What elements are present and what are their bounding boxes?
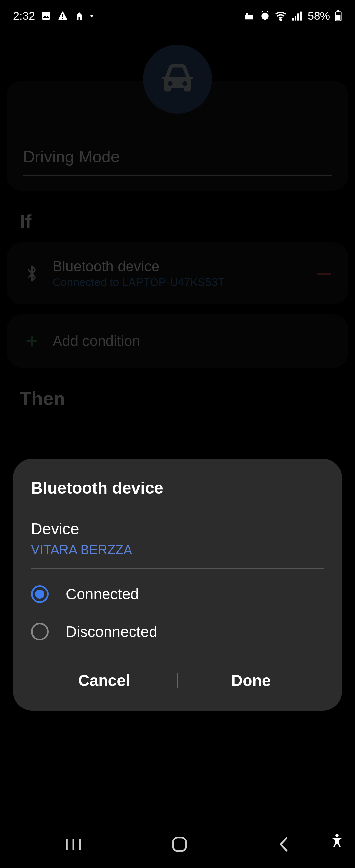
svg-rect-4: [246, 13, 248, 15]
radio-label-connected: Connected: [66, 585, 139, 603]
background-content: If Bluetooth device Connected to LAPTOP-…: [0, 32, 355, 868]
dnd-icon: [244, 11, 255, 20]
home-button[interactable]: [171, 836, 188, 854]
done-button[interactable]: Done: [178, 663, 324, 698]
status-time: 2:32: [13, 9, 35, 22]
device-picker[interactable]: Device VITARA BERZZA: [31, 520, 324, 557]
mode-icon-circle: [143, 45, 212, 114]
condition-subtitle: Connected to LAPTOP-U47KS53T: [53, 276, 304, 289]
battery-text: 58%: [308, 9, 330, 22]
image-icon: [41, 10, 51, 21]
svg-rect-2: [62, 18, 63, 19]
back-button[interactable]: [277, 836, 291, 854]
radio-label-disconnected: Disconnected: [66, 623, 157, 641]
section-then: Then: [20, 387, 355, 409]
radio-connected[interactable]: Connected: [31, 576, 324, 613]
plus-icon: [24, 334, 40, 348]
mode-name-input[interactable]: [23, 143, 332, 176]
svg-rect-0: [42, 12, 50, 20]
add-condition-card[interactable]: Add condition: [7, 314, 348, 368]
remove-condition-button[interactable]: [317, 273, 331, 275]
accessibility-button[interactable]: [329, 833, 345, 849]
status-bar: 2:32 • 58%: [0, 0, 355, 32]
svg-rect-1: [62, 14, 63, 18]
cancel-button[interactable]: Cancel: [31, 663, 177, 698]
alarm-icon: [260, 10, 270, 21]
wifi-icon: [275, 11, 287, 21]
nav-bar: [0, 822, 355, 868]
car-icon: [158, 61, 197, 97]
svg-point-15: [335, 834, 338, 837]
svg-rect-9: [297, 13, 299, 20]
svg-point-5: [261, 13, 268, 20]
divider: [31, 568, 324, 569]
section-if: If: [20, 210, 355, 232]
svg-rect-12: [337, 10, 339, 11]
condition-card[interactable]: Bluetooth device Connected to LAPTOP-U47…: [7, 242, 348, 305]
bluetooth-icon: [24, 264, 40, 283]
recents-button[interactable]: [64, 837, 83, 853]
battery-icon: [334, 10, 342, 21]
svg-rect-8: [295, 16, 296, 21]
svg-rect-7: [292, 18, 294, 21]
warning-icon: [57, 10, 68, 21]
dot-icon: •: [90, 11, 93, 21]
svg-rect-10: [300, 11, 302, 21]
device-label: Device: [31, 520, 324, 538]
bluetooth-device-dialog: Bluetooth device Device VITARA BERZZA Co…: [13, 459, 342, 711]
add-condition-label: Add condition: [53, 333, 140, 349]
condition-title: Bluetooth device: [53, 258, 304, 275]
dialog-title: Bluetooth device: [31, 478, 324, 497]
svg-point-6: [280, 19, 282, 21]
svg-rect-3: [245, 15, 253, 20]
radio-button-selected: [31, 585, 49, 603]
svg-rect-14: [173, 838, 186, 851]
radio-disconnected[interactable]: Disconnected: [31, 613, 324, 650]
svg-rect-13: [336, 16, 341, 20]
prayer-icon: [74, 11, 84, 21]
radio-button: [31, 623, 49, 641]
device-name: VITARA BERZZA: [31, 542, 324, 557]
signal-icon: [291, 11, 302, 21]
